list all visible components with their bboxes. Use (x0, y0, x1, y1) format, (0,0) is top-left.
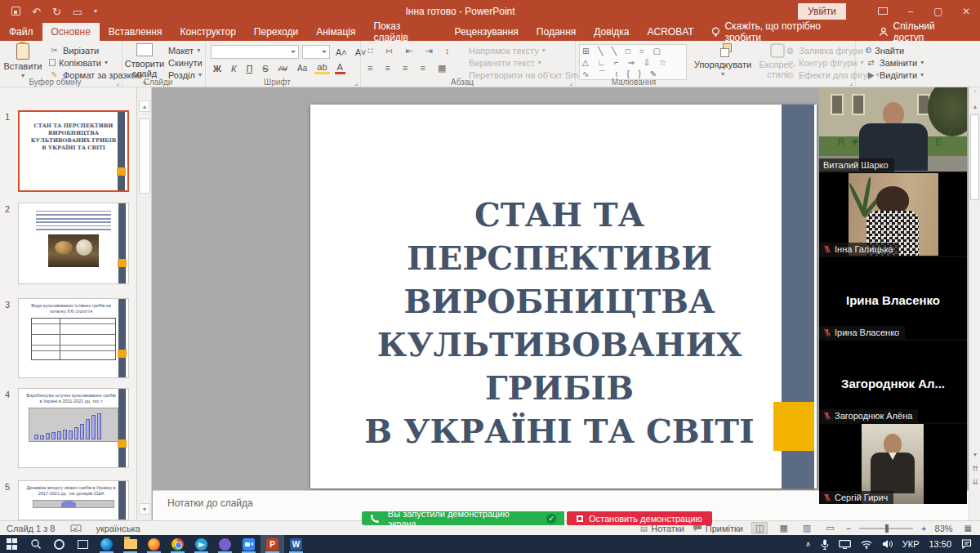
tab-file[interactable]: Файл (0, 23, 42, 41)
scrollbar-thumb[interactable] (970, 114, 979, 200)
select-button[interactable]: ▶Виділити▾ (862, 69, 927, 81)
reading-view-button[interactable]: ▥ (800, 523, 814, 533)
taskbar-zoom[interactable] (237, 535, 261, 553)
zoom-slider-thumb[interactable] (885, 524, 889, 533)
find-button[interactable]: Знайти (862, 44, 927, 56)
shapes-row[interactable]: ⊞ ╲ ╲ □ ○ ▢ (582, 46, 684, 57)
char-spacing-button[interactable]: AV (276, 65, 290, 73)
microphone-icon[interactable] (821, 539, 829, 550)
share-button[interactable]: Спільний доступ (866, 23, 980, 41)
scroll-down-icon[interactable]: ▼ (139, 503, 150, 515)
current-slide[interactable]: СТАН ТА ПЕРСПЕКТИВИ ВИРОБНИЦТВА КУЛЬТИВО… (310, 105, 817, 488)
slide-thumbnail-3[interactable]: Види культивованих їстівних грибів на по… (18, 298, 129, 378)
zoom-in-button[interactable]: + (921, 524, 926, 533)
next-slide-icon[interactable]: ⇊ (969, 478, 980, 486)
taskbar-telegram[interactable] (189, 535, 213, 553)
ribbon-display-options-button[interactable] (869, 6, 897, 17)
tab-review[interactable]: Рецензування (446, 23, 528, 41)
volume-icon[interactable] (882, 539, 893, 549)
slide-sorter-view-button[interactable]: ▦ (776, 523, 791, 533)
font-color-button[interactable]: А (335, 62, 345, 74)
save-icon[interactable] (11, 7, 20, 17)
start-slideshow-icon[interactable]: ▭ (73, 7, 82, 17)
redo-icon[interactable]: ↻ (52, 7, 61, 17)
taskbar-powerpoint[interactable]: P (261, 535, 284, 553)
clock[interactable]: 13:50 (929, 539, 951, 549)
slide-title[interactable]: СТАН ТА ПЕРСПЕКТИВИ ВИРОБНИЦТВА КУЛЬТИВО… (331, 193, 788, 453)
spellcheck-icon[interactable] (70, 524, 82, 533)
taskbar-viber[interactable] (213, 535, 237, 553)
previous-slide-icon[interactable]: ⇈ (969, 465, 980, 473)
list-indent-buttons[interactable]: ∷ ∺ ⇤ ⇥ ↕ (368, 46, 454, 56)
taskbar-firefox[interactable] (142, 535, 166, 553)
zoom-slider[interactable] (859, 528, 913, 529)
undo-icon[interactable]: ↶ (32, 7, 41, 17)
tab-transitions[interactable]: Переходи (245, 23, 307, 41)
qat-customize-icon[interactable]: ▾ (94, 8, 97, 15)
font-dialog-launcher[interactable]: ⌟ (354, 78, 358, 87)
font-name-input[interactable] (211, 45, 299, 59)
participant-tile-zahorodniuk[interactable]: Загороднюк Ал... Загороднюк Алёна (819, 341, 967, 422)
clipboard-dialog-launcher[interactable]: ⌟ (116, 78, 119, 87)
editor-scrollbar[interactable]: ⌃ ▲ ▼ ⇈ ⇊ (969, 87, 980, 520)
taskbar-chrome[interactable] (166, 535, 189, 553)
scroll-up-icon[interactable]: ▲ (139, 100, 150, 112)
taskbar-explorer[interactable] (118, 535, 142, 553)
strikethrough-button[interactable]: S (260, 64, 270, 74)
layout-button[interactable]: Макет▾ (165, 44, 206, 56)
task-view-button[interactable] (71, 535, 95, 553)
participant-tile-hyrych[interactable]: Сергій Гирич (819, 424, 967, 504)
wifi-icon[interactable] (861, 540, 872, 549)
taskbar-search-button[interactable] (24, 535, 47, 553)
thumbnail-scrollbar[interactable]: ▲ ▼ (137, 87, 152, 520)
fit-slide-button[interactable]: ▦ (961, 524, 975, 533)
tab-slideshow[interactable]: Показ слайдів (364, 23, 445, 41)
italic-button[interactable]: К (229, 64, 238, 74)
paste-button[interactable]: Вставити ▾ (2, 43, 44, 81)
action-center-icon[interactable] (961, 539, 972, 549)
scrollbar-thumb[interactable] (139, 118, 150, 194)
tray-expand-icon[interactable]: ∧ (805, 540, 811, 548)
replace-button[interactable]: ⇄Замінити▾ (862, 56, 927, 69)
zoom-level[interactable]: 83% (935, 524, 953, 533)
tab-acrobat[interactable]: ACROBAT (638, 23, 702, 41)
slide-thumbnail-4[interactable]: Виробництво штучно культивованих грибів … (18, 388, 129, 468)
grow-font-button[interactable]: А˄ (333, 47, 350, 57)
screen-share-icon[interactable] (839, 540, 851, 549)
slideshow-view-button[interactable]: ▭ (822, 523, 837, 533)
tab-animations[interactable]: Анімація (307, 23, 364, 41)
participant-video-sharko[interactable]: Я ♥ Е Виталий Шарко (819, 87, 967, 172)
drawing-dialog-launcher[interactable]: ⌟ (849, 78, 853, 87)
tell-me-box[interactable]: Скажіть, що потрібно зробити (703, 23, 866, 41)
tab-insert[interactable]: Вставлення (100, 23, 172, 41)
normal-view-button[interactable]: ◫ (751, 522, 768, 534)
close-button[interactable]: ✕ (952, 6, 980, 17)
taskbar-word[interactable]: W (284, 535, 308, 553)
language-indicator[interactable]: українська (96, 524, 140, 533)
start-button[interactable] (0, 535, 24, 553)
language-switcher[interactable]: УКР (902, 539, 920, 549)
tab-view[interactable]: Подання (528, 23, 585, 41)
shapes-gallery[interactable]: ⊞ ╲ ╲ □ ○ ▢ △ ∟ ⌐ ⇒ ⇩ ☆ ∿ ⌒ ≀ { } ✎ (579, 44, 687, 80)
scroll-down-icon[interactable]: ▼ (969, 452, 980, 457)
bold-button[interactable]: Ж (211, 64, 224, 74)
tab-help[interactable]: Довідка (585, 23, 638, 41)
taskbar-edge[interactable] (95, 535, 118, 553)
participant-tile-vlasenko[interactable]: Ірина Власенко Ірина Власенко (819, 257, 967, 339)
participant-video-halytska[interactable]: Інна Галицька (819, 173, 967, 256)
tab-home[interactable]: Основне (42, 23, 100, 41)
text-highlight-button[interactable]: ab (314, 62, 329, 74)
slide-thumbnail-5[interactable]: Динаміка імпорту свіжих грибів в Україну… (18, 480, 129, 520)
alignment-buttons[interactable]: ≡ ≡ ≡ ≡ ▦ (368, 63, 451, 74)
reset-button[interactable]: Скинути (165, 56, 206, 69)
scroll-up-icon[interactable]: ▲ (969, 104, 980, 109)
sign-in-button[interactable]: Увійти (798, 3, 846, 20)
change-case-button[interactable]: Aa (295, 64, 310, 73)
paragraph-dialog-launcher[interactable]: ⌟ (569, 78, 572, 87)
font-size-input[interactable] (302, 45, 330, 59)
tab-design[interactable]: Конструктор (171, 23, 244, 41)
minimize-button[interactable]: – (897, 6, 924, 17)
shapes-row[interactable]: △ ∟ ⌐ ⇒ ⇩ ☆ (582, 57, 684, 69)
cortana-button[interactable] (47, 535, 71, 553)
maximize-button[interactable]: ▢ (924, 6, 952, 17)
